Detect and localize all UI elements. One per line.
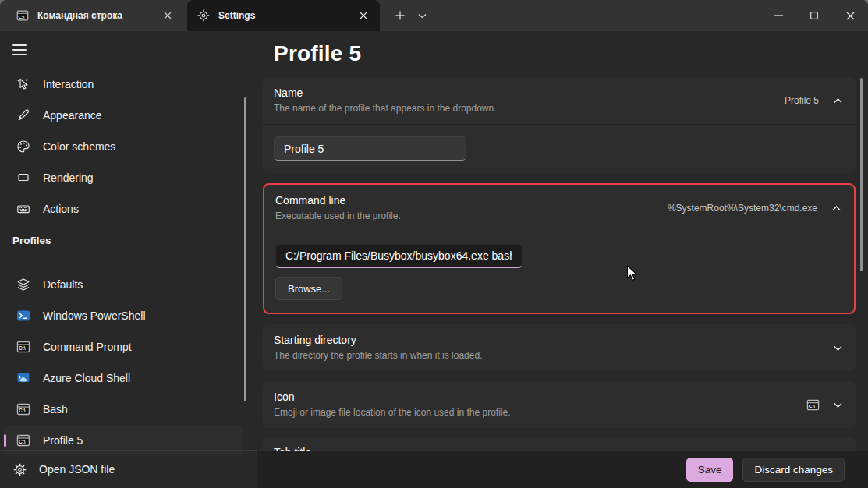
titlebar: C:\ Командная строка	[0, 0, 868, 31]
settings-main-pane: Profile 5 Name The name of the profile t…	[257, 31, 868, 488]
tab-command-prompt[interactable]: C:\ Командная строка	[6, 0, 184, 31]
actions-icon	[16, 202, 30, 216]
name-card-body	[263, 124, 856, 173]
command-line-setting-card: Command line Executable used in the prof…	[263, 183, 856, 314]
sidebar-item-label: Interaction	[43, 78, 94, 90]
browse-button[interactable]: Browse...	[275, 277, 342, 300]
gear-icon	[12, 462, 27, 476]
starting-directory-setting-card: Starting directory The directory the pro…	[263, 324, 856, 371]
chevron-down-icon	[833, 343, 843, 353]
gear-icon	[197, 9, 210, 22]
profiles-section-header: Profiles	[0, 225, 257, 256]
name-card-header[interactable]: Name The name of the profile that appear…	[263, 77, 856, 124]
maximize-button[interactable]	[796, 0, 832, 31]
minimize-button[interactable]	[760, 0, 796, 31]
save-button[interactable]: Save	[686, 458, 734, 482]
command-line-card-body: Browse...	[264, 232, 854, 313]
svg-text:C:\: C:\	[19, 15, 25, 19]
command-line-card-header[interactable]: Command line Executable used in the prof…	[264, 185, 854, 232]
settings-sidebar: Interaction Appearance	[0, 31, 257, 488]
sidebar-item-label: Windows PowerShell	[43, 309, 146, 322]
chevron-up-icon	[833, 96, 843, 106]
tab-label: Settings	[218, 10, 346, 21]
tab-dropdown-button[interactable]	[411, 5, 433, 26]
sidebar-item-label: Rendering	[43, 172, 94, 184]
setting-description: Emoji or image file location of the icon…	[274, 406, 806, 419]
icon-card-header[interactable]: Icon Emoji or image file location of the…	[263, 381, 856, 428]
sidebar-item-color-schemes[interactable]: Color schemes	[4, 131, 243, 162]
sidebar-item-label: Actions	[43, 203, 79, 215]
sidebar-scrollbar[interactable]	[244, 97, 246, 401]
sidebar-item-bash[interactable]: C:\ Bash	[4, 394, 243, 425]
sidebar-item-label: Command Prompt	[43, 341, 132, 353]
close-tab-icon[interactable]	[355, 7, 372, 24]
sidebar-item-label: Defaults	[43, 278, 83, 291]
sidebar-item-label: Azure Cloud Shell	[43, 372, 130, 384]
close-tab-icon[interactable]	[159, 7, 176, 24]
setting-current-value: %SystemRoot%\System32\cmd.exe	[668, 203, 817, 214]
sidebar-item-command-prompt[interactable]: C:\ Command Prompt	[4, 331, 243, 362]
svg-text:C:\: C:\	[19, 345, 26, 351]
terminal-window: C:\ Командная строка	[0, 0, 868, 488]
appearance-icon	[16, 108, 30, 122]
name-setting-card: Name The name of the profile that appear…	[263, 77, 856, 173]
content-scrollbar[interactable]	[860, 78, 863, 271]
setting-title: Name	[274, 86, 785, 101]
open-json-file-label: Open JSON file	[39, 463, 115, 476]
svg-text:C:\: C:\	[809, 403, 815, 408]
sidebar-item-actions[interactable]: Actions	[4, 193, 243, 225]
cmd-icon: C:\	[16, 402, 30, 416]
close-window-button[interactable]	[832, 0, 868, 31]
cmd-icon: C:\	[806, 398, 820, 412]
sidebar-item-windows-powershell[interactable]: Windows PowerShell	[4, 300, 243, 331]
rendering-icon	[16, 171, 30, 185]
chevron-down-icon	[833, 400, 843, 410]
setting-description: The directory the profile starts in when…	[274, 349, 833, 362]
tab-label: Командная строка	[37, 10, 151, 21]
sidebar-item-azure-cloud-shell[interactable]: Azure Cloud Shell	[4, 362, 243, 394]
sidebar-item-label: Color schemes	[43, 140, 115, 153]
sidebar-item-appearance[interactable]: Appearance	[4, 100, 243, 131]
defaults-icon	[16, 278, 30, 292]
cmd-icon: C:\	[16, 433, 30, 447]
setting-current-value: Profile 5	[785, 95, 819, 106]
sidebar-item-label: Appearance	[43, 109, 102, 122]
svg-text:C:\: C:\	[19, 408, 26, 413]
setting-description: Executable used in the profile.	[275, 210, 668, 223]
profile-name-input[interactable]	[274, 136, 466, 161]
sidebar-item-label: Profile 5	[43, 434, 83, 447]
cmd-icon: C:\	[16, 9, 29, 22]
setting-description: The name of the profile that appears in …	[274, 102, 785, 115]
sidebar-item-interaction[interactable]: Interaction	[4, 69, 243, 100]
azure-icon	[16, 371, 30, 385]
sidebar-footer: Open JSON file	[0, 450, 257, 488]
hamburger-menu-icon[interactable]	[12, 44, 27, 55]
icon-setting-card: Icon Emoji or image file location of the…	[263, 381, 856, 428]
page-title: Profile 5	[274, 41, 868, 67]
color-schemes-icon	[16, 140, 30, 154]
tab-settings[interactable]: Settings	[187, 0, 380, 31]
discard-changes-button[interactable]: Discard changes	[742, 458, 845, 482]
sidebar-item-defaults[interactable]: Defaults	[4, 269, 243, 300]
setting-title: Icon	[274, 390, 806, 405]
command-line-input[interactable]	[275, 244, 523, 268]
starting-directory-card-header[interactable]: Starting directory The directory the pro…	[263, 324, 856, 371]
sidebar-item-rendering[interactable]: Rendering	[4, 162, 243, 193]
new-tab-button[interactable]	[389, 5, 411, 26]
cmd-icon: C:\	[16, 340, 30, 354]
svg-text:C:\: C:\	[19, 439, 26, 444]
setting-title: Starting directory	[274, 333, 833, 348]
sidebar-item-label: Bash	[43, 403, 68, 416]
save-bar: Save Discard changes	[257, 451, 868, 488]
window-controls	[760, 0, 868, 31]
open-json-file-button[interactable]: Open JSON file	[0, 454, 257, 485]
powershell-icon	[16, 309, 30, 323]
setting-title: Command line	[275, 193, 668, 208]
chevron-up-icon	[831, 203, 841, 214]
interaction-icon	[16, 77, 30, 91]
